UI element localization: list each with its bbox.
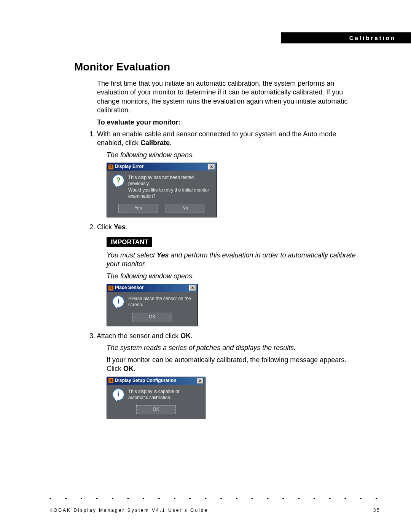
page-title: Monitor Evaluation — [74, 61, 170, 73]
ok-button[interactable]: OK — [132, 313, 172, 322]
kodak-logo-icon: K — [108, 286, 113, 291]
important-bold: Yes — [157, 251, 169, 259]
kodak-logo-icon: K — [108, 165, 113, 169]
dialog-message: This display is capable of automatic cal… — [128, 388, 200, 401]
ok-button[interactable]: OK — [136, 405, 176, 414]
dialog-title: Display Error — [115, 164, 143, 170]
dialog-titlebar: K Display Error × — [107, 163, 217, 171]
header-section-tab: Calibration — [281, 32, 411, 43]
dialog-place-sensor: K Place Sensor × i Please place the sens… — [107, 284, 198, 326]
dialog-titlebar: K Place Sensor × — [107, 284, 198, 292]
step-2: 2. Click Yes. — [97, 223, 356, 232]
step-bold: Calibrate — [140, 139, 170, 147]
step-text-tail: . — [191, 332, 193, 340]
info-icon: i — [112, 296, 124, 308]
step-text-tail: . — [126, 223, 127, 231]
auto-a: If your monitor can be automatically cal… — [107, 356, 346, 372]
close-icon[interactable]: × — [189, 285, 196, 291]
step-num: 3. — [89, 332, 95, 340]
dialog-title: Place Sensor — [115, 285, 143, 291]
page-number: 35 — [373, 508, 381, 513]
important-a: You must select — [107, 251, 157, 259]
important-note: You must select Yes and perform this eva… — [107, 251, 356, 269]
page: Calibration Monitor Evaluation The first… — [0, 0, 411, 532]
auto-c: . — [134, 365, 135, 372]
dialog-display-setup: K Display Setup Configuration × i This d… — [107, 377, 206, 419]
no-button[interactable]: No — [166, 204, 205, 213]
footer-book-title: KODAK Display Manager System V4.1 User's… — [49, 508, 208, 513]
step-num: 1. — [89, 130, 95, 138]
intro-paragraph: The first time that you initiate an auto… — [97, 79, 356, 115]
dialog-titlebar: K Display Setup Configuration × — [107, 377, 205, 385]
step-text: With an enable cable and sensor connecte… — [97, 130, 336, 147]
auto-bold: OK — [123, 365, 134, 372]
procedure-subhead: To evaluate your monitor: — [97, 118, 356, 127]
important-badge: IMPORTANT — [107, 237, 152, 247]
info-icon: i — [112, 388, 124, 401]
step-bold: OK — [180, 332, 191, 340]
step-3: 3. Attach the sensor and click OK. — [97, 332, 356, 340]
kodak-logo-icon: K — [108, 378, 113, 383]
close-icon[interactable]: × — [197, 378, 204, 384]
step-text: Attach the sensor and click — [97, 332, 180, 340]
question-icon: ? — [112, 174, 124, 187]
footer-dot-rule: • • • • • • • • • • • • • • • • • • • • … — [49, 495, 381, 502]
yes-button[interactable]: Yes — [118, 204, 158, 213]
dialog-line-2: Would you like to retry the initial moni… — [128, 187, 211, 199]
step-bold: Yes — [114, 223, 126, 231]
auto-calibrate-note: If your monitor can be automatically cal… — [107, 356, 356, 374]
dialog-message: Please place the sensor on the screen. — [128, 296, 192, 308]
dialog-display-error: K Display Error × ? This display has not… — [107, 163, 217, 217]
close-icon[interactable]: × — [208, 164, 215, 170]
dialog-line-1: This display has not been tested previou… — [128, 174, 211, 187]
window-opens-note-1: The following window opens. — [107, 151, 356, 160]
step-text: Click — [97, 223, 114, 231]
window-opens-note-2: The following window opens. — [107, 272, 356, 281]
content-body: The first time that you initiate an auto… — [97, 76, 356, 425]
step-num: 2. — [89, 223, 95, 231]
page-footer: KODAK Display Manager System V4.1 User's… — [49, 508, 381, 513]
step-1: 1. With an enable cable and sensor conne… — [97, 130, 356, 148]
system-reads-note: The system reads a series of patches and… — [107, 343, 356, 352]
dialog-title: Display Setup Configuration — [115, 378, 176, 384]
step-text-tail: . — [170, 139, 172, 147]
dialog-message: This display has not been tested previou… — [128, 174, 211, 199]
